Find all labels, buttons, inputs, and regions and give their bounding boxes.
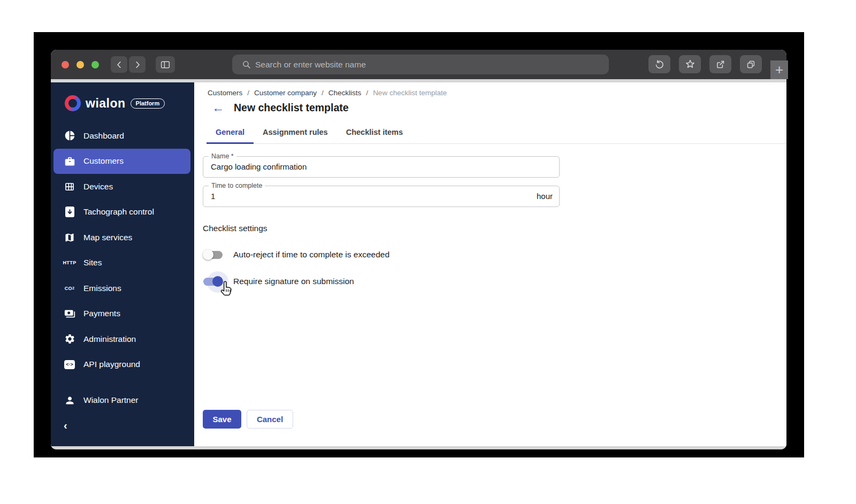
- breadcrumb-separator: /: [322, 89, 324, 97]
- page-header: ← New checklist template: [203, 102, 770, 114]
- chevron-left-icon: ‹: [64, 419, 67, 432]
- breadcrumb-separator: /: [366, 89, 368, 97]
- breadcrumb: Customers / Customer company / Checklist…: [208, 89, 770, 97]
- tab-bar: General Assignment rules Checklist items: [207, 121, 786, 144]
- zoom-window-button[interactable]: [91, 61, 99, 68]
- back-button[interactable]: [111, 56, 127, 73]
- sidebar-item-administration[interactable]: Administration: [54, 326, 190, 352]
- wialon-logo-icon: [65, 95, 81, 111]
- co2-icon: CO2: [63, 286, 76, 291]
- browser-toolbar: Search or enter website name: [51, 50, 786, 79]
- forward-button[interactable]: [129, 56, 146, 73]
- reload-button[interactable]: [648, 55, 670, 73]
- toggle-thumb: [212, 276, 223, 287]
- sidebar-item-sites[interactable]: HTTP Sites: [54, 250, 190, 276]
- name-field[interactable]: Name * Cargo loading confirmation: [203, 156, 560, 178]
- breadcrumb-item[interactable]: Checklists: [328, 89, 362, 97]
- cancel-button[interactable]: Cancel: [247, 410, 293, 429]
- name-field-value[interactable]: Cargo loading confirmation: [211, 157, 510, 177]
- sidebar-item-payments[interactable]: Payments: [54, 301, 190, 327]
- sidebar-item-label: Map services: [83, 233, 132, 242]
- tab-overview-button[interactable]: [740, 55, 762, 73]
- time-field-value[interactable]: 1: [211, 186, 510, 207]
- sidebar-item-label: Emissions: [83, 284, 121, 293]
- checklist-settings-heading: Checklist settings: [203, 224, 770, 233]
- require-signature-toggle-label: Require signature on submission: [233, 277, 354, 286]
- reload-icon: [654, 59, 664, 70]
- map-icon: [63, 232, 76, 243]
- open-in-new-icon: [715, 59, 725, 70]
- breadcrumb-item-current: New checklist template: [373, 89, 447, 97]
- close-window-button[interactable]: [62, 61, 69, 68]
- sidebar-nav: Dashboard Customers Devices Tachograph c…: [51, 123, 194, 377]
- minimize-window-button[interactable]: [77, 61, 84, 68]
- browser-window: Search or enter website name wialon P: [51, 50, 786, 449]
- sidebar-item-label: Dashboard: [83, 131, 124, 141]
- auto-reject-toggle[interactable]: [203, 251, 223, 259]
- sidebar-toggle-button[interactable]: [156, 56, 175, 73]
- auto-reject-toggle-label: Auto-reject if time to complete is excee…: [233, 250, 389, 259]
- app-logo: wialon Platform: [65, 95, 194, 111]
- app-sidebar: wialon Platform Dashboard Customers Devi…: [51, 82, 194, 446]
- logo-text: wialon: [86, 96, 126, 111]
- sidebar-footer: Wialon Partner ‹: [51, 388, 194, 447]
- share-button[interactable]: [709, 55, 731, 73]
- grid-icon: [63, 181, 76, 192]
- address-bar[interactable]: Search or enter website name: [232, 55, 609, 74]
- sidebar-item-api-playground[interactable]: <·> API playground: [54, 352, 190, 378]
- sidebar-collapse-button[interactable]: ‹: [51, 413, 194, 438]
- sidebar-item-label: Tachograph control: [83, 207, 154, 217]
- time-unit-label: hour: [537, 186, 553, 207]
- pie-chart-icon: [63, 130, 76, 141]
- sidebar-user-account[interactable]: Wialon Partner: [54, 388, 190, 414]
- require-signature-toggle-row: Require signature on submission: [203, 276, 770, 287]
- sidebar-item-devices[interactable]: Devices: [54, 174, 190, 200]
- breadcrumb-separator: /: [247, 89, 249, 97]
- save-button[interactable]: Save: [203, 410, 241, 429]
- person-icon: [63, 395, 76, 406]
- sidebar-item-label: Customers: [83, 156, 124, 166]
- sidebar-user-label: Wialon Partner: [83, 395, 139, 405]
- new-tab-button[interactable]: +: [770, 60, 788, 79]
- back-arrow-icon[interactable]: ←: [212, 102, 224, 114]
- briefcase-icon: [63, 156, 76, 167]
- payments-icon: [63, 308, 76, 319]
- page-title: New checklist template: [234, 102, 349, 114]
- platform-badge: Platform: [131, 98, 165, 109]
- sidebar-item-label: Devices: [83, 182, 113, 192]
- breadcrumb-item[interactable]: Customers: [208, 89, 242, 97]
- require-signature-toggle[interactable]: [203, 278, 223, 286]
- form-actions: Save Cancel: [203, 410, 770, 429]
- sidebar-item-label: Administration: [83, 334, 136, 344]
- sidebar-item-label: API playground: [83, 360, 140, 369]
- sidebar-panel-icon: [160, 60, 171, 70]
- star-icon: [685, 59, 696, 70]
- sidebar-item-label: Sites: [83, 258, 102, 268]
- time-to-complete-field[interactable]: Time to complete 1 hour: [203, 186, 560, 207]
- chevron-right-icon: [133, 60, 142, 70]
- sidebar-item-customers[interactable]: Customers: [54, 149, 190, 174]
- sidebar-item-map-services[interactable]: Map services: [54, 225, 190, 250]
- sidebar-item-dashboard[interactable]: Dashboard: [54, 123, 190, 149]
- sidebar-item-tachograph[interactable]: Tachograph control: [54, 200, 190, 225]
- page-content: wialon Platform Dashboard Customers Devi…: [51, 82, 786, 446]
- sidebar-item-emissions[interactable]: CO2 Emissions: [54, 276, 190, 301]
- tab-general[interactable]: General: [207, 121, 254, 143]
- main-panel: Customers / Customer company / Checklist…: [194, 82, 786, 446]
- tab-assignment-rules[interactable]: Assignment rules: [254, 121, 337, 143]
- chevron-left-icon: [114, 60, 124, 70]
- window-controls: [62, 61, 99, 68]
- tachograph-card-icon: [63, 207, 76, 217]
- http-icon: HTTP: [63, 260, 76, 265]
- tabs-icon: [746, 59, 756, 70]
- tab-checklist-items[interactable]: Checklist items: [337, 121, 412, 143]
- gear-icon: [63, 333, 76, 345]
- bookmark-button[interactable]: [679, 55, 701, 73]
- api-code-icon: <·>: [63, 360, 76, 369]
- window-bottom-edge: [51, 446, 786, 449]
- breadcrumb-item[interactable]: Customer company: [254, 89, 317, 97]
- sidebar-item-label: Payments: [83, 309, 120, 318]
- toggle-thumb: [203, 249, 213, 260]
- toolbar-actions: [648, 55, 762, 73]
- auto-reject-toggle-row: Auto-reject if time to complete is excee…: [203, 249, 770, 260]
